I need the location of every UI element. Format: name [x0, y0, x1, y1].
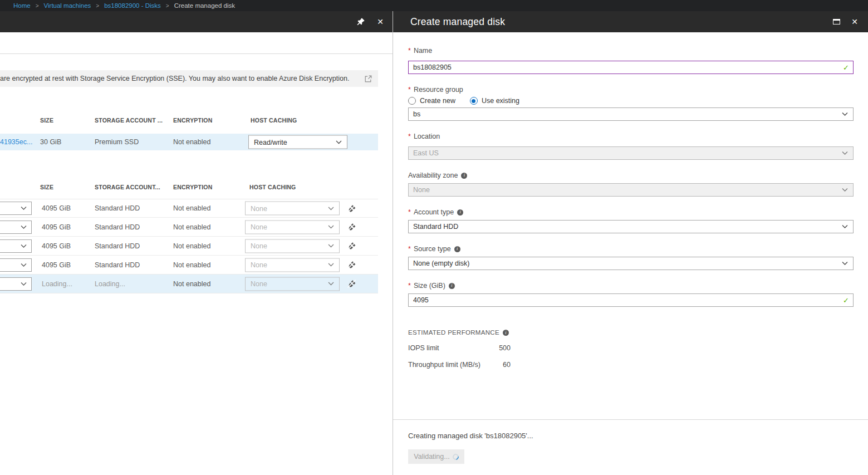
source-type-value: None (empty disk) — [413, 259, 469, 267]
radio-label: Use existing — [482, 97, 519, 105]
host-caching-dropdown[interactable]: None — [245, 202, 340, 216]
chevron-down-icon — [842, 112, 848, 116]
detach-disk-icon[interactable] — [346, 261, 356, 269]
required-asterisk: * — [408, 246, 411, 252]
info-icon[interactable]: i — [454, 246, 460, 252]
chevron-down-icon — [328, 207, 334, 210]
info-icon[interactable]: i — [457, 209, 463, 216]
detach-disk-icon[interactable] — [346, 204, 356, 213]
validating-button[interactable]: Validating... — [408, 449, 464, 464]
os-disk-row: 41935ec... 30 GiB Premium SSD Not enable… — [0, 134, 378, 150]
table-row: Loading... Loading... Not enabled None — [0, 275, 378, 293]
host-caching-dropdown[interactable]: Read/write — [248, 135, 347, 149]
name-input[interactable] — [409, 61, 853, 74]
location-field-group: * Location East US — [408, 133, 854, 160]
use-existing-radio[interactable]: Use existing — [470, 97, 519, 105]
resource-group-radios: Create new Use existing — [408, 96, 854, 106]
create-managed-disk-blade: Create managed disk ✕ * Name ✓ * Resourc… — [393, 11, 868, 475]
host-caching-dropdown[interactable]: None — [245, 239, 340, 253]
disk-size: Loading... — [42, 280, 72, 288]
iops-limit-value: 500 — [497, 344, 511, 352]
disk-encryption: Not enabled — [173, 261, 210, 269]
required-asterisk: * — [408, 282, 411, 289]
column-size: SIZE — [40, 117, 53, 124]
lun-dropdown[interactable] — [0, 258, 32, 272]
host-caching-dropdown[interactable]: None — [245, 220, 340, 234]
lun-dropdown[interactable] — [0, 221, 32, 234]
availability-zone-label: Availability zone i — [408, 172, 854, 179]
table-row: 4095 GiB Standard HDD Not enabled None — [0, 237, 378, 256]
detach-disk-icon[interactable] — [346, 242, 356, 250]
column-encryption: ENCRYPTION — [173, 184, 212, 190]
throughput-limit-value: 60 — [497, 361, 511, 369]
chevron-down-icon — [842, 225, 848, 229]
chevron-down-icon — [842, 262, 848, 266]
lun-dropdown[interactable] — [0, 277, 32, 291]
breadcrumb-home[interactable]: Home — [13, 2, 31, 9]
chevron-down-icon — [842, 151, 848, 155]
encryption-info-banner: are encrypted at rest with Storage Servi… — [0, 70, 378, 87]
host-caching-dropdown[interactable]: None — [245, 258, 340, 272]
chevron-down-icon — [328, 244, 334, 248]
breadcrumb: Home > Virtual machines > bs18082900 - D… — [0, 0, 868, 11]
disk-encryption: Not enabled — [173, 223, 210, 231]
validating-label: Validating... — [414, 453, 449, 461]
external-link-icon[interactable] — [364, 75, 372, 83]
resource-group-dropdown[interactable]: bs — [408, 107, 854, 121]
breadcrumb-current: Create managed disk — [174, 2, 235, 9]
disk-storage-account: Standard HDD — [95, 261, 140, 269]
size-input[interactable] — [409, 294, 853, 306]
chevron-down-icon — [21, 263, 27, 267]
disk-encryption: Not enabled — [173, 242, 210, 250]
disk-storage-account: Loading... — [95, 280, 125, 288]
name-field-group: * Name ✓ — [408, 47, 854, 74]
info-icon[interactable]: i — [449, 283, 455, 289]
source-type-dropdown[interactable]: None (empty disk) — [408, 257, 854, 270]
detach-disk-icon[interactable] — [346, 280, 356, 288]
info-icon[interactable]: i — [461, 173, 467, 179]
source-type-label: * Source type i — [408, 246, 854, 252]
required-asterisk: * — [408, 47, 411, 54]
chevron-down-icon — [21, 225, 27, 229]
chevron-down-icon — [21, 207, 27, 210]
disks-blade-header: ✕ — [0, 11, 393, 32]
status-text: Creating managed disk 'bs18082905'... — [408, 432, 854, 440]
disk-name-link[interactable]: 41935ec... — [0, 138, 32, 146]
breadcrumb-separator: > — [96, 3, 99, 9]
chevron-down-icon — [328, 282, 334, 286]
chevron-down-icon — [336, 140, 342, 144]
throughput-limit-label: Throughput limit (MB/s) — [408, 361, 497, 369]
disk-storage-account: Premium SSD — [95, 138, 139, 146]
account-type-field-group: * Account type i Standard HDD — [408, 209, 854, 233]
valid-check-icon: ✓ — [843, 296, 849, 305]
lun-dropdown[interactable] — [0, 239, 32, 253]
location-dropdown: East US — [408, 146, 854, 160]
close-icon[interactable]: ✕ — [376, 17, 385, 26]
disk-size: 4095 GiB — [42, 223, 71, 231]
maximize-icon[interactable] — [832, 17, 841, 26]
host-caching-value: None — [251, 280, 267, 288]
host-caching-value: None — [251, 242, 267, 250]
host-caching-value: Read/write — [254, 138, 287, 146]
required-asterisk: * — [408, 133, 411, 140]
lun-dropdown[interactable] — [0, 202, 32, 215]
blade-footer: Creating managed disk 'bs18082905'... Va… — [393, 419, 868, 464]
availability-zone-field-group: Availability zone i None — [408, 172, 854, 197]
breadcrumb-virtual-machines[interactable]: Virtual machines — [44, 2, 91, 9]
info-icon[interactable]: i — [503, 330, 509, 336]
account-type-dropdown[interactable]: Standard HDD — [408, 220, 854, 233]
location-value: East US — [413, 149, 439, 157]
name-label: * Name — [408, 47, 854, 54]
disk-storage-account: Standard HDD — [95, 223, 140, 231]
disk-size: 4095 GiB — [42, 261, 71, 269]
pin-icon[interactable] — [356, 17, 365, 26]
detach-disk-icon[interactable] — [346, 223, 356, 231]
spinner-icon — [452, 452, 460, 461]
column-storage-account: STORAGE ACCOUNT ... — [95, 117, 163, 124]
breadcrumb-vm-disks[interactable]: bs18082900 - Disks — [104, 2, 161, 9]
host-caching-dropdown[interactable]: None — [245, 277, 340, 291]
disk-encryption: Not enabled — [173, 204, 210, 212]
close-icon[interactable]: ✕ — [850, 17, 859, 26]
create-new-radio[interactable]: Create new — [408, 97, 455, 105]
disk-storage-account: Standard HDD — [95, 242, 140, 250]
